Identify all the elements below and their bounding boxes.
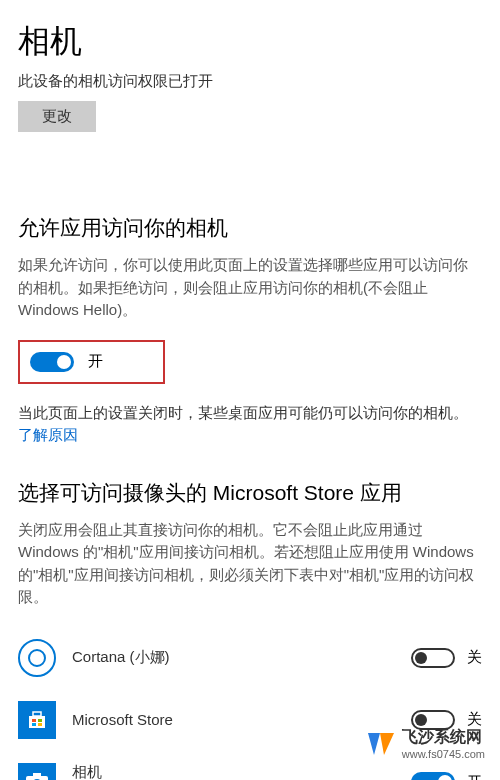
watermark-url: www.fs0745.com (402, 748, 485, 760)
camera-icon (18, 763, 56, 780)
store-icon (18, 701, 56, 739)
app-name: 相机 (72, 763, 395, 781)
cortana-icon (18, 639, 56, 677)
allow-apps-heading: 允许应用访问你的相机 (18, 214, 482, 242)
svg-rect-0 (29, 716, 45, 728)
app-name: Cortana (小娜) (72, 648, 395, 667)
desktop-apps-note: 当此页面上的设置关闭时，某些桌面应用可能仍可以访问你的相机。 了解原因 (18, 402, 482, 447)
app-toggle-cortana[interactable] (411, 648, 455, 668)
watermark: 飞沙系统网 www.fs0745.com (366, 727, 485, 760)
svg-rect-5 (38, 723, 42, 726)
allow-apps-toggle-label: 开 (88, 352, 103, 371)
app-toggle-label: 关 (467, 648, 482, 667)
svg-rect-8 (33, 773, 41, 777)
allow-apps-description: 如果允许访问，你可以使用此页面上的设置选择哪些应用可以访问你的相机。如果拒绝访问… (18, 254, 482, 322)
access-status-text: 此设备的相机访问权限已打开 (18, 72, 482, 91)
svg-rect-3 (38, 719, 42, 722)
svg-rect-4 (32, 723, 36, 726)
svg-marker-9 (368, 733, 380, 755)
choose-apps-heading: 选择可访问摄像头的 Microsoft Store 应用 (18, 479, 482, 507)
app-name: Microsoft Store (72, 711, 395, 728)
learn-why-link[interactable]: 了解原因 (18, 426, 78, 443)
page-title: 相机 (18, 20, 482, 64)
choose-apps-description: 关闭应用会阻止其直接访问你的相机。它不会阻止此应用通过 Windows 的"相机… (18, 519, 482, 609)
svg-rect-2 (32, 719, 36, 722)
svg-marker-10 (380, 733, 394, 755)
watermark-logo-icon (366, 729, 396, 759)
allow-apps-toggle-container: 开 (18, 340, 165, 384)
change-button[interactable]: 更改 (18, 101, 96, 132)
app-row-cortana: Cortana (小娜) 关 (18, 627, 482, 689)
app-toggle-camera[interactable] (411, 772, 455, 780)
allow-apps-toggle[interactable] (30, 352, 74, 372)
app-toggle-label: 开 (467, 773, 482, 781)
watermark-brand: 飞沙系统网 (402, 727, 485, 748)
svg-rect-1 (33, 712, 41, 716)
